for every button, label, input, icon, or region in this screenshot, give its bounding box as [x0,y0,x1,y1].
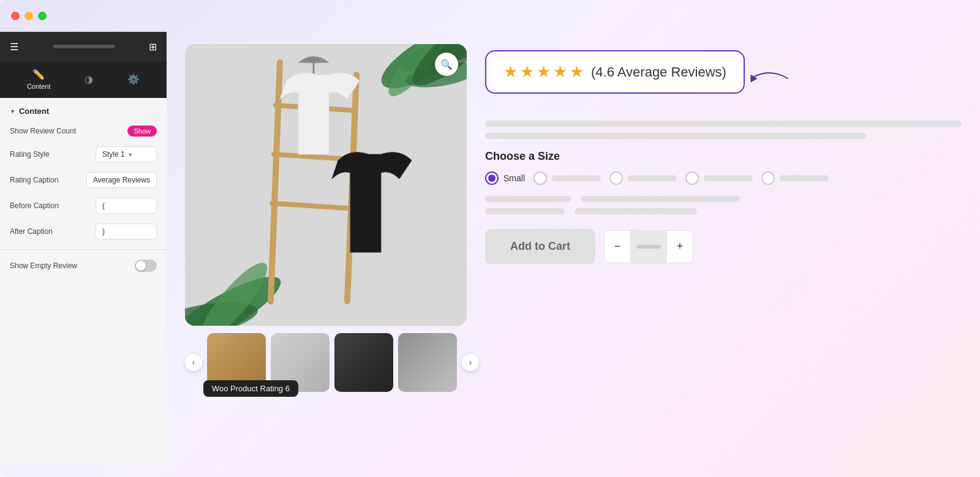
sidebar-body: Content Show Review Count Show Rating St… [0,98,167,465]
thumbnail-4[interactable] [398,333,457,392]
size-section: Choose a Size Small [485,150,962,185]
star-4: ★ [553,62,567,81]
main-content: ☰ ⊞ ✏️ Content ◑ ⚙️ Conten [0,32,980,477]
quantity-plus-button[interactable]: + [667,231,693,263]
meta-rows [485,196,962,214]
chevron-down-icon: ▾ [129,151,132,158]
before-caption-value: ( [102,201,105,210]
size-options: Small [485,171,962,185]
search-icon: 🔍 [440,59,453,70]
meta-skeleton-2b [575,208,697,214]
star-rating: ★ ★ ★ ★ ★ [503,62,584,81]
skeleton-line-1 [485,121,962,127]
rating-text: (4.6 Average Reviews) [591,64,726,80]
rating-style-label: Rating Style [10,150,96,159]
radio-5[interactable] [761,171,775,185]
size-label-small: Small [503,173,525,183]
maximize-button[interactable] [38,12,47,20]
after-caption-row: After Caption ) [0,219,167,244]
sidebar: ☰ ⊞ ✏️ Content ◑ ⚙️ Conten [0,32,167,465]
thumbnail-4-image [398,333,457,392]
rating-container: ★ ★ ★ ★ ★ (4.6 Average Reviews) [485,50,745,108]
pencil-icon: ✏️ [32,69,45,80]
star-2: ★ [520,62,534,81]
close-button[interactable] [11,12,20,20]
thumbnail-3-image [334,333,393,392]
qty-skeleton [636,245,661,249]
meta-row-2 [485,208,962,214]
before-caption-row: Before Caption ( [0,193,167,219]
size-skeleton-5 [780,175,829,181]
divider [0,249,167,250]
sidebar-tabs: ✏️ Content ◑ ⚙️ [0,61,167,98]
section-title: Content [19,107,49,116]
radio-small[interactable] [485,171,499,185]
minimize-button[interactable] [24,12,33,20]
rating-caption-input[interactable]: Average Reviews [86,172,157,188]
star-5: ★ [570,62,584,81]
size-skeleton-3 [628,175,677,181]
size-option-3[interactable] [609,171,677,185]
rating-box: ★ ★ ★ ★ ★ (4.6 Average Reviews) [485,50,745,94]
meta-skeleton-1b [581,196,740,202]
show-review-count-row: Show Review Count Show [0,121,167,141]
quantity-display [630,231,667,263]
section-content-header[interactable]: Content [0,98,167,121]
before-caption-label: Before Caption [10,201,96,210]
size-skeleton-4 [704,175,753,181]
show-empty-review-label: Show Empty Review [10,261,135,270]
show-review-count-toggle[interactable]: Show [127,126,157,137]
gear-icon: ⚙️ [127,73,140,85]
quantity-minus-button[interactable]: − [605,231,630,263]
before-caption-input[interactable]: ( [96,198,157,214]
image-search-button[interactable]: 🔍 [435,53,458,76]
titlebar [0,0,980,32]
preview-area: 🔍 ‹ [167,32,980,465]
sidebar-search-bar[interactable] [53,45,115,48]
size-skeleton-2 [552,175,601,181]
rating-style-select[interactable]: Style 1 ▾ [96,146,157,162]
next-thumbnail-button[interactable]: › [462,354,479,371]
radio-2[interactable] [533,171,547,185]
quantity-control: − + [604,230,693,263]
tab-style[interactable]: ◑ [85,73,93,85]
sidebar-header: ☰ ⊞ [0,32,167,61]
radio-3[interactable] [609,171,623,185]
rating-caption-row: Rating Caption Average Reviews [0,167,167,193]
style-icon: ◑ [85,73,93,85]
size-option-2[interactable] [533,171,601,185]
meta-skeleton-2a [485,208,565,214]
meta-row-1 [485,196,962,202]
arrow-svg [745,67,794,89]
after-caption-value: ) [102,227,105,236]
rating-style-value: Style 1 [102,150,125,159]
product-info-section: ★ ★ ★ ★ ★ (4.6 Average Reviews) [485,44,962,453]
prev-thumbnail-button[interactable]: ‹ [185,354,202,371]
tab-advanced[interactable]: ⚙️ [127,73,140,85]
thumbnail-3[interactable] [334,333,393,392]
size-option-4[interactable] [685,171,753,185]
meta-skeleton-1a [485,196,571,202]
tab-content[interactable]: ✏️ Content [27,69,51,90]
radio-4[interactable] [685,171,699,185]
tab-content-label: Content [27,83,51,90]
skeleton-line-2 [485,133,866,139]
add-to-cart-button[interactable]: Add to Cart [485,229,595,264]
thumbnails-row: ‹ › Woo Product Rating 6 [185,333,467,392]
show-empty-review-row: Show Empty Review [0,255,167,277]
show-empty-review-toggle[interactable] [135,260,157,272]
main-product-image: 🔍 [185,44,467,326]
hamburger-icon[interactable]: ☰ [10,41,18,53]
rating-style-row: Rating Style Style 1 ▾ [0,141,167,167]
app-window: ☰ ⊞ ✏️ Content ◑ ⚙️ Conten [0,0,980,477]
size-option-5[interactable] [761,171,829,185]
size-option-small[interactable]: Small [485,171,525,185]
size-section-title: Choose a Size [485,150,962,163]
rating-caption-value: Average Reviews [93,176,150,184]
grid-icon[interactable]: ⊞ [149,41,157,53]
widget-label: Woo Product Rating 6 [203,380,298,397]
rating-caption-label: Rating Caption [10,176,86,184]
after-caption-input[interactable]: ) [96,223,157,239]
star-3: ★ [537,62,551,81]
star-1: ★ [503,62,518,81]
